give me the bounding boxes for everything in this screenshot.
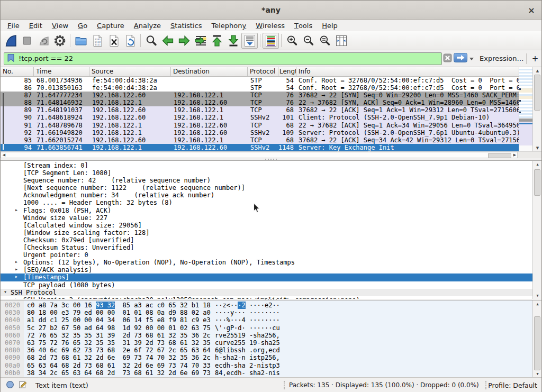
packet-row[interactable]: 8771.647777234192.168.122.60192.168.122.… [1, 92, 520, 99]
packet-row[interactable]: 8871.648146932192.168.122.1192.168.122.6… [1, 99, 520, 106]
detail-row[interactable]: [Calculated window size: 29056] [1, 222, 532, 229]
colorize-button[interactable] [263, 33, 279, 49]
bookmark-icon[interactable] [7, 53, 15, 64]
bytes-scrollbar[interactable]: ▲ ▼ [532, 300, 541, 377]
packet-row[interactable]: 8670.013850163fe:54:00:d4:38:2aSTP54Conf… [1, 84, 520, 92]
find-packet-button[interactable] [143, 33, 159, 49]
column-header-length[interactable]: Length [278, 67, 296, 76]
column-header-no[interactable]: No. [1, 67, 34, 76]
go-last-button[interactable] [225, 33, 241, 49]
file-reload-button[interactable] [122, 33, 138, 49]
capture-options-button[interactable] [51, 33, 68, 49]
menu-tools[interactable]: Tools [290, 20, 317, 31]
hex-row[interactable]: 007063 75 72 76 65 32 35 35 31 39 2d 73 … [1, 339, 532, 347]
hex-row[interactable]: 003080 18 00 e3 79 ed 00 00 01 01 08 0a … [1, 309, 532, 316]
detail-row[interactable]: Checksum: 0x79ed [unverified] [1, 236, 532, 244]
resize-columns-button[interactable] [333, 33, 349, 49]
detail-row[interactable]: ▸[SEQ/ACK analysis] [1, 266, 532, 274]
display-filter-input[interactable]: !tcp.port == 22 [4, 52, 442, 65]
scroll-down-icon[interactable]: ▼ [534, 370, 541, 377]
packet-list-minimap[interactable] [519, 67, 532, 151]
expand-icon[interactable]: ▸ [15, 273, 18, 280]
packet-list-hscrollbar[interactable]: ◀ ▶ [1, 151, 541, 158]
packet-row[interactable]: 9071.648618924192.168.122.60192.168.122.… [1, 114, 520, 121]
menu-telephony[interactable]: Telephony [207, 20, 251, 31]
hex-row[interactable]: 006072 76 65 32 35 35 31 39 2d 73 68 61 … [1, 332, 532, 339]
menu-file[interactable]: File [3, 20, 24, 31]
file-open-button[interactable] [73, 33, 89, 49]
add-filter-button[interactable]: + [530, 54, 540, 63]
scroll-left-icon[interactable]: ◀ [1, 152, 7, 158]
detail-row[interactable]: ▾SSH Protocol [1, 289, 532, 296]
menu-wireless[interactable]: Wireless [251, 20, 290, 31]
detail-row[interactable]: [Next sequence number: 1122 (relative se… [1, 184, 532, 192]
status-profile[interactable]: Profile: Default [488, 381, 537, 389]
packet-row[interactable]: 8568.001734936fe:54:00:d4:38:2aSTP54Conf… [1, 77, 520, 84]
detail-row[interactable]: [Checksum Status: Unverified] [1, 244, 532, 251]
title-bar[interactable]: *any × [1, 1, 541, 20]
menu-analyze[interactable]: Analyze [129, 20, 166, 31]
go-forward-button[interactable] [176, 33, 192, 49]
packet-list-scrollbar[interactable]: ▲ ▼ [532, 67, 541, 151]
capture-stop-button[interactable] [19, 33, 35, 49]
packet-list-header[interactable]: No.TimeSourceDestinationProtocolLengthIn… [1, 67, 520, 77]
packet-row[interactable]: 9371.662015274192.168.122.60192.168.122.… [1, 136, 520, 144]
scroll-up-icon[interactable]: ▲ [534, 67, 541, 74]
detail-row[interactable]: Acknowledgment number: 34 (relative ack … [1, 192, 532, 199]
expand-icon[interactable]: ▸ [15, 206, 18, 214]
file-close-button[interactable] [105, 33, 122, 49]
clear-filter-icon[interactable] [443, 53, 452, 64]
hex-row[interactable]: 008036 40 6c 69 62 73 73 68 2e 6f 72 67 … [1, 347, 532, 354]
menu-go[interactable]: Go [73, 20, 92, 31]
detail-row[interactable]: [Window size scaling factor: 128] [1, 229, 532, 236]
close-icon[interactable]: × [526, 4, 537, 16]
detail-row[interactable]: ▸[Timestamps] [1, 274, 532, 281]
detail-row[interactable]: [TCP Segment Len: 1080] [1, 169, 532, 177]
detail-row[interactable]: Window size value: 227 [1, 214, 532, 222]
column-header-time[interactable]: Time [34, 67, 89, 76]
file-save-button[interactable]: 010101100111 [89, 33, 105, 49]
detail-row[interactable]: ▸Flags: 0x018 (PSH, ACK) [1, 207, 532, 214]
menu-statistics[interactable]: Statistics [166, 20, 206, 31]
capture-restart-button[interactable] [35, 33, 51, 49]
hex-row[interactable]: 00a065 63 64 68 2d 73 68 61 32 2d 6e 69 … [1, 362, 532, 369]
hex-row[interactable]: 0040a1 dd c1 25 00 00 04 34 06 14 f5 e8 … [1, 316, 532, 324]
packet-row[interactable]: 9171.648789678192.168.122.1192.168.122.6… [1, 122, 520, 129]
detail-row[interactable]: [Stream index: 0] [1, 162, 532, 169]
expert-info-icon[interactable] [6, 380, 14, 390]
capture-start-button[interactable] [2, 33, 19, 49]
scroll-up-icon[interactable]: ▲ [534, 161, 541, 168]
scrollbar-thumb[interactable] [534, 169, 540, 196]
go-first-button[interactable] [209, 33, 225, 49]
apply-filter-icon[interactable] [454, 53, 467, 64]
column-header-info[interactable]: Info [296, 67, 520, 76]
hex-row[interactable]: 00505c 27 b2 67 50 ad 64 98 1d 92 00 00 … [1, 324, 532, 332]
column-header-destination[interactable]: Destination [171, 67, 248, 76]
scrollbar-thumb[interactable] [534, 316, 540, 370]
column-header-protocol[interactable]: Protocol [248, 67, 278, 76]
packet-row[interactable]: 9271.661949820192.168.122.1192.168.122.6… [1, 129, 520, 136]
detail-row[interactable]: Urgent pointer: 0 [1, 251, 532, 259]
zoom-100-button[interactable] [317, 33, 333, 49]
zoom-in-button[interactable] [284, 33, 300, 49]
menu-view[interactable]: View [47, 20, 73, 31]
go-back-button[interactable] [159, 33, 176, 49]
detail-row[interactable]: 1000 .... = Header Length: 32 bytes (8) [1, 199, 532, 206]
hex-row[interactable]: 009068 2d 73 68 61 32 2d 6e 69 73 74 70 … [1, 354, 532, 361]
scroll-down-icon[interactable]: ▼ [534, 144, 541, 151]
menu-help[interactable]: Help [317, 20, 342, 31]
menu-edit[interactable]: Edit [24, 20, 47, 31]
hscrollbar-thumb[interactable] [488, 153, 511, 158]
packet-row[interactable]: 8971.648191037192.168.122.60192.168.122.… [1, 106, 520, 114]
scroll-down-icon[interactable]: ▼ [534, 292, 541, 299]
expand-icon[interactable]: ▸ [15, 266, 18, 273]
zoom-out-button[interactable] [300, 33, 317, 49]
detail-row[interactable]: ▸Options: (12 bytes), No-Operation (NOP)… [1, 259, 532, 266]
collapse-icon[interactable]: ▾ [4, 288, 7, 296]
capture-comment-icon[interactable] [19, 380, 27, 390]
expand-icon[interactable]: ▸ [15, 258, 18, 266]
detail-row[interactable]: Sequence number: 42 (relative sequence n… [1, 177, 532, 184]
scroll-up-icon[interactable]: ▲ [534, 300, 541, 307]
filter-text[interactable]: !tcp.port == 22 [19, 54, 73, 62]
details-scrollbar[interactable]: ▲ ▼ [532, 161, 541, 299]
